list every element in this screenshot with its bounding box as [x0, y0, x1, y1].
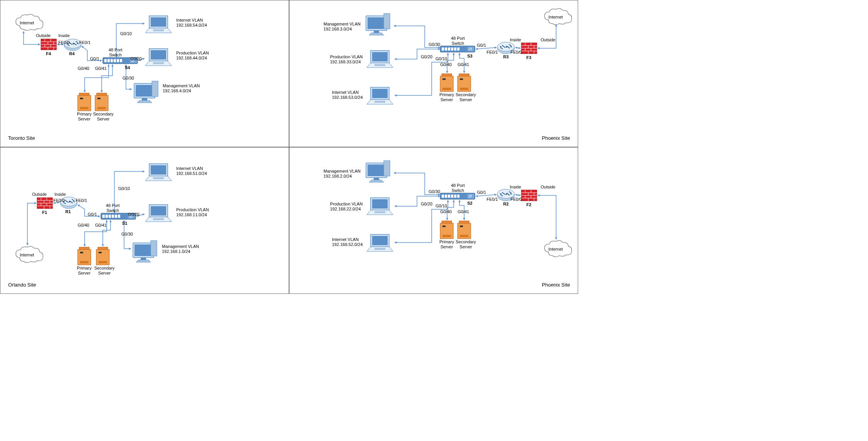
svg-rect-154 [372, 199, 388, 209]
svg-rect-102 [79, 247, 89, 263]
svg-rect-156 [372, 236, 388, 245]
firewall-name: F3 [526, 55, 531, 60]
if-g020: G0/20 [421, 54, 432, 59]
svg-rect-69 [460, 88, 468, 90]
primary-server-label: Primary Server [77, 266, 92, 276]
if-g020: G0/20 [130, 56, 142, 61]
svg-rect-151 [368, 165, 385, 176]
vlan2-ip: 192.168.11.0/24 [176, 212, 207, 217]
firewall-icon [521, 190, 537, 201]
svg-rect-59 [454, 47, 456, 51]
svg-rect-0 [41, 39, 56, 50]
primary-server-label: Primary Server [439, 92, 454, 102]
svg-rect-135 [442, 195, 444, 198]
vlan2-ip: 192.168.22.0/24 [330, 207, 361, 212]
svg-rect-144 [443, 226, 446, 227]
svg-rect-109 [99, 261, 107, 263]
laptop-icon [367, 234, 393, 251]
primary-server-label: Primary Server [77, 112, 92, 122]
svg-rect-23 [78, 95, 91, 111]
vlan1-name: Internet VLAN [176, 18, 203, 23]
vlan1-ip: 192.168.3.0/24 [323, 27, 352, 32]
outside-label: Outside [32, 192, 47, 197]
vlan2-name: Production VLAN [176, 51, 209, 56]
server-icon [95, 93, 108, 111]
switch-label: 48 Port Switch [106, 203, 119, 213]
firewall-name: F1 [42, 210, 47, 215]
if-g041: G0/41 [95, 223, 107, 228]
if-g030: G0/30 [123, 76, 134, 81]
vlan2-ip: 192.168.44.0/24 [176, 56, 207, 61]
svg-rect-104 [80, 252, 83, 253]
inside-label: Inside [58, 33, 70, 38]
site-name: Phoenix Site [542, 282, 570, 288]
vlan1-name: Internet VLAN [176, 166, 203, 171]
svg-rect-97 [109, 215, 111, 218]
if-g041: G0/41 [458, 62, 469, 67]
router-name: R4 [69, 51, 75, 56]
server-icon [440, 221, 453, 239]
switch-label: 48 Port Switch [451, 183, 465, 193]
switch-icon [440, 193, 475, 199]
svg-rect-114 [133, 243, 154, 258]
svg-rect-150 [366, 163, 387, 178]
monitor-icon [366, 14, 390, 35]
svg-rect-145 [443, 235, 451, 237]
svg-rect-30 [151, 17, 166, 27]
laptop-icon [145, 164, 172, 181]
monitor-icon [134, 81, 158, 103]
vlan1-name: Management VLAN [323, 169, 361, 174]
svg-rect-29 [97, 107, 106, 109]
switch-name: S3 [467, 54, 472, 59]
site-name: Phoenix Site [542, 135, 570, 141]
server-icon [78, 247, 91, 265]
laptop-icon [367, 198, 393, 215]
if-g020: G0/20 [421, 202, 432, 207]
laptop-icon [145, 49, 172, 66]
svg-rect-117 [151, 241, 157, 256]
svg-rect-116 [141, 258, 146, 260]
svg-rect-66 [459, 74, 469, 89]
svg-rect-35 [136, 85, 153, 97]
if-g041: G0/41 [95, 66, 107, 71]
if-g010: G0/10 [436, 204, 447, 209]
svg-rect-136 [445, 195, 447, 198]
vlan3-ip: 192.168.1.0/24 [162, 249, 190, 254]
switch-name: S2 [467, 201, 472, 206]
svg-rect-139 [454, 195, 456, 198]
svg-rect-56 [445, 47, 447, 51]
inside-label: Inside [510, 185, 521, 190]
vlan3-ip: 192.168.4.0/24 [163, 88, 191, 93]
if-g010: G0/10 [120, 31, 132, 36]
laptop-icon [367, 51, 393, 68]
outside-label: Outside [541, 37, 555, 42]
svg-rect-28 [97, 98, 100, 99]
svg-rect-75 [374, 64, 385, 66]
svg-rect-64 [443, 78, 446, 80]
vlan3-name: Internet VLAN [332, 90, 359, 95]
server-icon [458, 221, 471, 239]
laptop-icon [145, 205, 172, 222]
vlan1-name: Management VLAN [323, 22, 361, 27]
svg-rect-26 [97, 93, 107, 109]
svg-rect-74 [372, 52, 388, 61]
svg-rect-57 [448, 47, 450, 51]
svg-rect-72 [374, 31, 379, 33]
svg-rect-98 [112, 215, 114, 218]
server-icon [440, 74, 453, 92]
svg-rect-24 [80, 98, 83, 99]
svg-rect-71 [368, 17, 385, 29]
if-fe00: FE0/0 [511, 197, 522, 202]
internet-label: Internet [548, 247, 563, 252]
svg-rect-67 [458, 76, 471, 92]
svg-rect-80 [37, 198, 53, 209]
svg-rect-100 [118, 215, 120, 218]
svg-rect-107 [96, 249, 109, 265]
if-g040: G0/40 [440, 209, 452, 214]
vlan1-ip: 192.168.2.0/24 [323, 174, 352, 179]
svg-rect-99 [115, 215, 117, 218]
if-g01: G0/1 [90, 56, 99, 61]
internet-label: Internet [548, 15, 563, 20]
site-name: Toronto Site [8, 135, 35, 141]
svg-rect-143 [440, 223, 453, 239]
